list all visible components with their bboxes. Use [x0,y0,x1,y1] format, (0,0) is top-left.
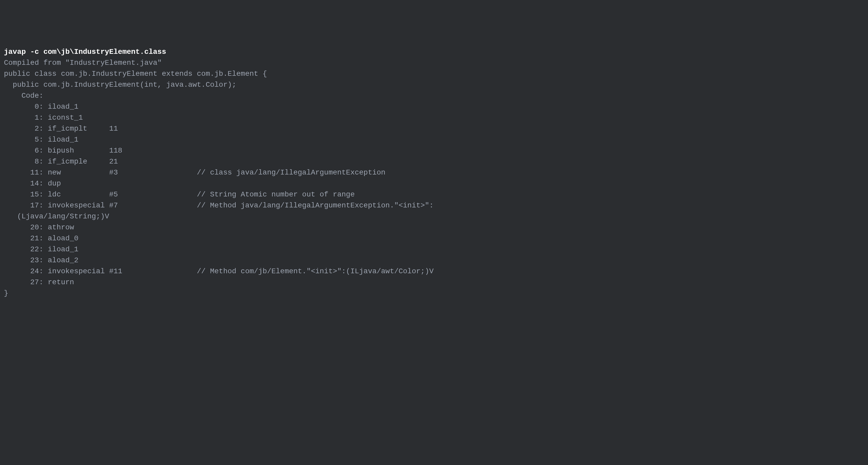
bytecode-instruction: 21: aload_0 [4,234,79,242]
closing-brace: } [4,289,8,297]
bytecode-instruction: 11: new #3 // class java/lang/IllegalArg… [4,169,385,177]
bytecode-instruction: 14: dup [4,179,61,187]
bytecode-instruction: 8: if_icmple 21 [4,157,118,166]
bytecode-instruction: 2: if_icmplt 11 [4,125,118,133]
bytecode-instruction: 17: invokespecial #7 // Method java/lang… [4,201,434,209]
bytecode-instruction: 24: invokespecial #11 // Method com/jb/E… [4,267,434,275]
bytecode-instruction: 0: iload_1 [4,103,79,111]
bytecode-instruction: 15: ldc #5 // String Atomic number out o… [4,191,355,199]
bytecode-instruction: 22: iload_1 [4,245,79,253]
class-declaration: public class com.jb.IndustryElement exte… [4,70,267,78]
bytecode-instruction: 23: aload_2 [4,256,79,264]
constructor-declaration: public com.jb.IndustryElement(int, java.… [4,81,237,89]
bytecode-instruction-continuation: (Ljava/lang/String;)V [4,212,109,221]
bytecode-instruction: 20: athrow [4,223,74,231]
code-label: Code: [4,92,43,100]
bytecode-instruction: 6: bipush 118 [4,147,122,155]
command-line: javap -c com\jb\IndustryElement.class [4,48,166,56]
compiled-from-line: Compiled from "IndustryElement.java" [4,59,162,67]
bytecode-instruction: 5: iload_1 [4,136,79,144]
terminal-output[interactable]: javap -c com\jb\IndustryElement.class Co… [4,47,864,299]
bytecode-instruction: 27: return [4,278,74,286]
bytecode-instruction: 1: iconst_1 [4,114,83,122]
